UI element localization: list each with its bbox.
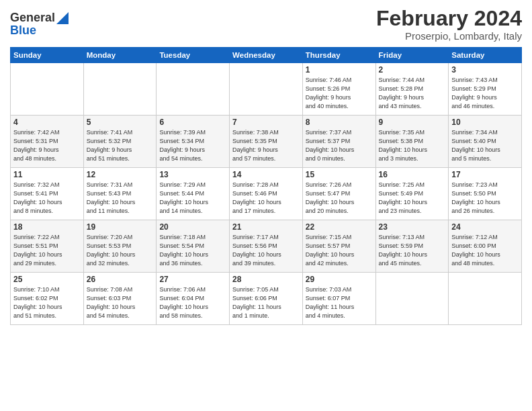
day-number: 5 xyxy=(87,118,154,127)
calendar-cell: 10Sunrise: 7:34 AM Sunset: 5:40 PM Dayli… xyxy=(449,116,522,168)
cell-content: Sunrise: 7:39 AM Sunset: 5:34 PM Dayligh… xyxy=(159,128,226,163)
day-number: 6 xyxy=(159,118,226,127)
cell-content: Sunrise: 7:32 AM Sunset: 5:41 PM Dayligh… xyxy=(13,181,81,216)
day-number: 26 xyxy=(87,275,154,284)
day-number: 21 xyxy=(232,222,300,232)
day-number: 28 xyxy=(232,275,300,284)
calendar-cell: 13Sunrise: 7:29 AM Sunset: 5:44 PM Dayli… xyxy=(157,168,230,220)
calendar-body: 1Sunrise: 7:46 AM Sunset: 5:26 PM Daylig… xyxy=(11,63,522,325)
title-area: February 2024 Proserpio, Lombardy, Italy xyxy=(376,7,522,42)
cell-content: Sunrise: 7:44 AM Sunset: 5:28 PM Dayligh… xyxy=(379,76,446,111)
calendar-cell: 12Sunrise: 7:31 AM Sunset: 5:43 PM Dayli… xyxy=(83,168,157,220)
cell-content: Sunrise: 7:17 AM Sunset: 5:56 PM Dayligh… xyxy=(232,233,300,268)
day-number: 13 xyxy=(159,170,226,179)
cell-content: Sunrise: 7:34 AM Sunset: 5:40 PM Dayligh… xyxy=(451,128,519,163)
calendar-cell xyxy=(230,63,303,116)
day-number: 29 xyxy=(306,275,373,284)
cell-content: Sunrise: 7:18 AM Sunset: 5:54 PM Dayligh… xyxy=(159,233,226,268)
calendar-cell: 25Sunrise: 7:10 AM Sunset: 6:02 PM Dayli… xyxy=(11,273,84,325)
calendar-cell: 28Sunrise: 7:05 AM Sunset: 6:06 PM Dayli… xyxy=(230,273,303,325)
calendar-cell: 21Sunrise: 7:17 AM Sunset: 5:56 PM Dayli… xyxy=(230,220,303,273)
calendar-cell: 9Sunrise: 7:35 AM Sunset: 5:38 PM Daylig… xyxy=(375,116,449,168)
day-of-week-header: Friday xyxy=(375,48,449,63)
calendar-cell xyxy=(83,63,157,116)
cell-content: Sunrise: 7:22 AM Sunset: 5:51 PM Dayligh… xyxy=(13,233,81,268)
cell-content: Sunrise: 7:29 AM Sunset: 5:44 PM Dayligh… xyxy=(159,181,226,216)
day-of-week-header: Monday xyxy=(83,48,157,63)
day-of-week-header: Tuesday xyxy=(157,48,230,63)
cell-content: Sunrise: 7:15 AM Sunset: 5:57 PM Dayligh… xyxy=(306,233,373,268)
calendar-cell: 11Sunrise: 7:32 AM Sunset: 5:41 PM Dayli… xyxy=(11,168,84,220)
cell-content: Sunrise: 7:03 AM Sunset: 6:07 PM Dayligh… xyxy=(306,285,373,320)
cell-content: Sunrise: 7:08 AM Sunset: 6:03 PM Dayligh… xyxy=(87,285,154,320)
day-number: 17 xyxy=(451,170,519,179)
cell-content: Sunrise: 7:13 AM Sunset: 5:59 PM Dayligh… xyxy=(379,233,446,268)
calendar-cell: 16Sunrise: 7:25 AM Sunset: 5:49 PM Dayli… xyxy=(375,168,449,220)
cell-content: Sunrise: 7:31 AM Sunset: 5:43 PM Dayligh… xyxy=(87,181,154,216)
day-number: 15 xyxy=(306,170,373,179)
cell-content: Sunrise: 7:38 AM Sunset: 5:35 PM Dayligh… xyxy=(232,128,300,163)
calendar-cell: 2Sunrise: 7:44 AM Sunset: 5:28 PM Daylig… xyxy=(375,63,449,116)
calendar-cell: 5Sunrise: 7:41 AM Sunset: 5:32 PM Daylig… xyxy=(83,116,157,168)
calendar-cell: 7Sunrise: 7:38 AM Sunset: 5:35 PM Daylig… xyxy=(230,116,303,168)
calendar-cell: 3Sunrise: 7:43 AM Sunset: 5:29 PM Daylig… xyxy=(449,63,522,116)
day-of-week-header: Sunday xyxy=(11,48,84,63)
day-number: 19 xyxy=(87,222,154,232)
day-number: 2 xyxy=(379,65,446,75)
day-number: 12 xyxy=(87,170,154,179)
calendar-cell: 23Sunrise: 7:13 AM Sunset: 5:59 PM Dayli… xyxy=(375,220,449,273)
logo-icon xyxy=(56,12,69,24)
day-number: 8 xyxy=(306,118,373,127)
calendar-cell: 20Sunrise: 7:18 AM Sunset: 5:54 PM Dayli… xyxy=(157,220,230,273)
calendar-cell: 1Sunrise: 7:46 AM Sunset: 5:26 PM Daylig… xyxy=(302,63,375,116)
calendar-week-row: 1Sunrise: 7:46 AM Sunset: 5:26 PM Daylig… xyxy=(11,63,522,116)
calendar-cell: 29Sunrise: 7:03 AM Sunset: 6:07 PM Dayli… xyxy=(302,273,375,325)
svg-marker-0 xyxy=(56,12,69,24)
calendar-cell: 14Sunrise: 7:28 AM Sunset: 5:46 PM Dayli… xyxy=(230,168,303,220)
calendar-cell: 4Sunrise: 7:42 AM Sunset: 5:31 PM Daylig… xyxy=(11,116,84,168)
calendar-cell: 26Sunrise: 7:08 AM Sunset: 6:03 PM Dayli… xyxy=(83,273,157,325)
cell-content: Sunrise: 7:05 AM Sunset: 6:06 PM Dayligh… xyxy=(232,285,300,320)
cell-content: Sunrise: 7:26 AM Sunset: 5:47 PM Dayligh… xyxy=(306,181,373,216)
cell-content: Sunrise: 7:41 AM Sunset: 5:32 PM Dayligh… xyxy=(87,128,154,163)
cell-content: Sunrise: 7:42 AM Sunset: 5:31 PM Dayligh… xyxy=(13,128,81,163)
calendar-cell: 19Sunrise: 7:20 AM Sunset: 5:53 PM Dayli… xyxy=(83,220,157,273)
day-number: 11 xyxy=(13,170,81,179)
calendar-cell: 8Sunrise: 7:37 AM Sunset: 5:37 PM Daylig… xyxy=(302,116,375,168)
calendar-cell xyxy=(449,273,522,325)
cell-content: Sunrise: 7:46 AM Sunset: 5:26 PM Dayligh… xyxy=(306,76,373,111)
calendar-cell: 27Sunrise: 7:06 AM Sunset: 6:04 PM Dayli… xyxy=(157,273,230,325)
day-number: 10 xyxy=(451,118,519,127)
calendar-cell: 22Sunrise: 7:15 AM Sunset: 5:57 PM Dayli… xyxy=(302,220,375,273)
logo-general-text: General xyxy=(10,11,55,25)
calendar-cell: 15Sunrise: 7:26 AM Sunset: 5:47 PM Dayli… xyxy=(302,168,375,220)
cell-content: Sunrise: 7:37 AM Sunset: 5:37 PM Dayligh… xyxy=(306,128,373,163)
cell-content: Sunrise: 7:06 AM Sunset: 6:04 PM Dayligh… xyxy=(159,285,226,320)
cell-content: Sunrise: 7:23 AM Sunset: 5:50 PM Dayligh… xyxy=(451,181,519,216)
cell-content: Sunrise: 7:10 AM Sunset: 6:02 PM Dayligh… xyxy=(13,285,81,320)
day-number: 1 xyxy=(306,65,373,75)
calendar-header: SundayMondayTuesdayWednesdayThursdayFrid… xyxy=(11,48,522,63)
logo-blue-text: Blue xyxy=(10,24,36,38)
calendar-cell: 24Sunrise: 7:12 AM Sunset: 6:00 PM Dayli… xyxy=(449,220,522,273)
day-number: 25 xyxy=(13,275,81,284)
day-number: 16 xyxy=(379,170,446,179)
day-number: 14 xyxy=(232,170,300,179)
cell-content: Sunrise: 7:28 AM Sunset: 5:46 PM Dayligh… xyxy=(232,181,300,216)
calendar-week-row: 18Sunrise: 7:22 AM Sunset: 5:51 PM Dayli… xyxy=(11,220,522,273)
day-number: 27 xyxy=(159,275,226,284)
calendar-week-row: 25Sunrise: 7:10 AM Sunset: 6:02 PM Dayli… xyxy=(11,273,522,325)
day-of-week-header: Saturday xyxy=(449,48,522,63)
cell-content: Sunrise: 7:20 AM Sunset: 5:53 PM Dayligh… xyxy=(87,233,154,268)
calendar-week-row: 11Sunrise: 7:32 AM Sunset: 5:41 PM Dayli… xyxy=(11,168,522,220)
calendar-cell: 6Sunrise: 7:39 AM Sunset: 5:34 PM Daylig… xyxy=(157,116,230,168)
month-title: February 2024 xyxy=(376,7,522,30)
day-number: 23 xyxy=(379,222,446,232)
day-of-week-header: Thursday xyxy=(302,48,375,63)
day-number: 3 xyxy=(451,65,519,75)
cell-content: Sunrise: 7:35 AM Sunset: 5:38 PM Dayligh… xyxy=(379,128,446,163)
day-number: 22 xyxy=(306,222,373,232)
calendar-cell xyxy=(157,63,230,116)
logo: General Blue xyxy=(10,11,69,38)
header: General Blue February 2024 Proserpio, Lo… xyxy=(10,7,522,42)
